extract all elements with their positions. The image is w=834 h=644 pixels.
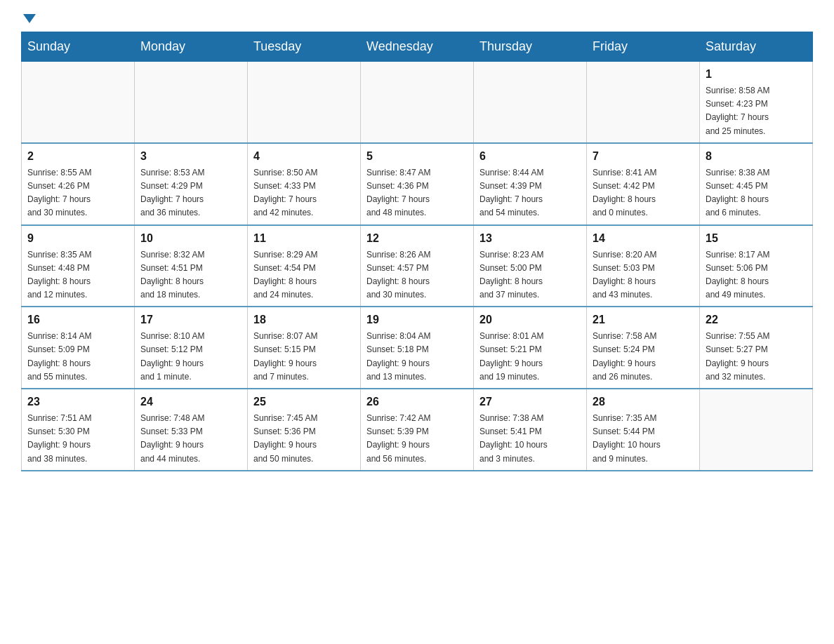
day-info: Sunrise: 7:51 AM Sunset: 5:30 PM Dayligh… — [27, 412, 128, 466]
calendar-week-row: 2Sunrise: 8:55 AM Sunset: 4:26 PM Daylig… — [22, 143, 813, 225]
calendar-cell: 27Sunrise: 7:38 AM Sunset: 5:41 PM Dayli… — [474, 389, 587, 471]
header-friday: Friday — [587, 32, 700, 62]
day-number: 21 — [593, 311, 694, 328]
calendar-cell: 21Sunrise: 7:58 AM Sunset: 5:24 PM Dayli… — [587, 307, 700, 389]
day-number: 16 — [27, 311, 128, 328]
day-info: Sunrise: 8:29 AM Sunset: 4:54 PM Dayligh… — [253, 248, 355, 302]
day-number: 10 — [140, 230, 241, 247]
calendar-cell: 20Sunrise: 8:01 AM Sunset: 5:21 PM Dayli… — [474, 307, 587, 389]
header-monday: Monday — [135, 32, 248, 62]
day-info: Sunrise: 8:01 AM Sunset: 5:21 PM Dayligh… — [479, 330, 581, 384]
header-wednesday: Wednesday — [361, 32, 474, 62]
day-info: Sunrise: 8:53 AM Sunset: 4:29 PM Dayligh… — [140, 166, 241, 220]
day-info: Sunrise: 8:23 AM Sunset: 5:00 PM Dayligh… — [479, 248, 581, 302]
calendar-cell: 8Sunrise: 8:38 AM Sunset: 4:45 PM Daylig… — [700, 143, 813, 225]
calendar-cell: 26Sunrise: 7:42 AM Sunset: 5:39 PM Dayli… — [361, 389, 474, 471]
calendar-cell — [587, 62, 700, 143]
calendar-header: Sunday Monday Tuesday Wednesday Thursday… — [22, 32, 813, 62]
day-number: 18 — [253, 311, 355, 328]
day-number: 26 — [366, 394, 468, 410]
calendar-week-row: 23Sunrise: 7:51 AM Sunset: 5:30 PM Dayli… — [22, 389, 813, 471]
day-info: Sunrise: 8:41 AM Sunset: 4:42 PM Dayligh… — [593, 166, 694, 220]
day-info: Sunrise: 8:50 AM Sunset: 4:33 PM Dayligh… — [253, 166, 355, 220]
calendar-week-row: 1Sunrise: 8:58 AM Sunset: 4:23 PM Daylig… — [22, 62, 813, 143]
calendar-cell: 11Sunrise: 8:29 AM Sunset: 4:54 PM Dayli… — [248, 225, 361, 307]
day-number: 12 — [366, 230, 468, 247]
day-info: Sunrise: 8:38 AM Sunset: 4:45 PM Dayligh… — [706, 166, 807, 220]
day-number: 5 — [366, 148, 468, 165]
calendar-cell: 23Sunrise: 7:51 AM Sunset: 5:30 PM Dayli… — [22, 389, 135, 471]
calendar-cell — [474, 62, 587, 143]
calendar-cell: 24Sunrise: 7:48 AM Sunset: 5:33 PM Dayli… — [135, 389, 248, 471]
calendar-cell: 18Sunrise: 8:07 AM Sunset: 5:15 PM Dayli… — [248, 307, 361, 389]
day-info: Sunrise: 8:55 AM Sunset: 4:26 PM Dayligh… — [27, 166, 128, 220]
calendar-cell: 6Sunrise: 8:44 AM Sunset: 4:39 PM Daylig… — [474, 143, 587, 225]
calendar-cell: 9Sunrise: 8:35 AM Sunset: 4:48 PM Daylig… — [22, 225, 135, 307]
day-info: Sunrise: 7:42 AM Sunset: 5:39 PM Dayligh… — [366, 412, 468, 466]
calendar-cell: 15Sunrise: 8:17 AM Sunset: 5:06 PM Dayli… — [700, 225, 813, 307]
day-number: 13 — [479, 230, 581, 247]
day-info: Sunrise: 8:58 AM Sunset: 4:23 PM Dayligh… — [706, 84, 807, 138]
day-info: Sunrise: 8:26 AM Sunset: 4:57 PM Dayligh… — [366, 248, 468, 302]
day-number: 27 — [479, 394, 581, 410]
calendar-cell — [248, 62, 361, 143]
day-info: Sunrise: 8:35 AM Sunset: 4:48 PM Dayligh… — [27, 248, 128, 302]
calendar-cell — [361, 62, 474, 143]
calendar-cell — [700, 389, 813, 471]
day-number: 6 — [479, 148, 581, 165]
day-number: 20 — [479, 311, 581, 328]
day-number: 2 — [27, 148, 128, 165]
calendar-cell: 3Sunrise: 8:53 AM Sunset: 4:29 PM Daylig… — [135, 143, 248, 225]
day-info: Sunrise: 8:04 AM Sunset: 5:18 PM Dayligh… — [366, 330, 468, 384]
logo — [21, 14, 36, 25]
calendar-cell: 19Sunrise: 8:04 AM Sunset: 5:18 PM Dayli… — [361, 307, 474, 389]
day-number: 3 — [140, 148, 241, 165]
day-number: 1 — [706, 66, 807, 83]
calendar-cell: 12Sunrise: 8:26 AM Sunset: 4:57 PM Dayli… — [361, 225, 474, 307]
day-info: Sunrise: 7:55 AM Sunset: 5:27 PM Dayligh… — [706, 330, 807, 384]
day-number: 24 — [140, 394, 241, 410]
day-info: Sunrise: 8:10 AM Sunset: 5:12 PM Dayligh… — [140, 330, 241, 384]
day-number: 22 — [706, 311, 807, 328]
calendar-cell: 5Sunrise: 8:47 AM Sunset: 4:36 PM Daylig… — [361, 143, 474, 225]
day-number: 14 — [593, 230, 694, 247]
calendar-week-row: 16Sunrise: 8:14 AM Sunset: 5:09 PM Dayli… — [22, 307, 813, 389]
day-number: 9 — [27, 230, 128, 247]
day-number: 19 — [366, 311, 468, 328]
calendar-cell: 28Sunrise: 7:35 AM Sunset: 5:44 PM Dayli… — [587, 389, 700, 471]
day-info: Sunrise: 8:44 AM Sunset: 4:39 PM Dayligh… — [479, 166, 581, 220]
day-number: 7 — [593, 148, 694, 165]
day-number: 8 — [706, 148, 807, 165]
calendar-table: Sunday Monday Tuesday Wednesday Thursday… — [21, 32, 813, 471]
calendar-cell: 2Sunrise: 8:55 AM Sunset: 4:26 PM Daylig… — [22, 143, 135, 225]
calendar-cell: 4Sunrise: 8:50 AM Sunset: 4:33 PM Daylig… — [248, 143, 361, 225]
page-header — [21, 14, 813, 25]
calendar-cell: 7Sunrise: 8:41 AM Sunset: 4:42 PM Daylig… — [587, 143, 700, 225]
calendar-cell: 17Sunrise: 8:10 AM Sunset: 5:12 PM Dayli… — [135, 307, 248, 389]
logo-triangle-icon — [23, 14, 36, 23]
calendar-cell: 13Sunrise: 8:23 AM Sunset: 5:00 PM Dayli… — [474, 225, 587, 307]
calendar-cell — [22, 62, 135, 143]
day-info: Sunrise: 7:58 AM Sunset: 5:24 PM Dayligh… — [593, 330, 694, 384]
calendar-cell — [135, 62, 248, 143]
day-number: 11 — [253, 230, 355, 247]
day-info: Sunrise: 7:35 AM Sunset: 5:44 PM Dayligh… — [593, 412, 694, 466]
header-sunday: Sunday — [22, 32, 135, 62]
day-number: 23 — [27, 394, 128, 410]
calendar-body: 1Sunrise: 8:58 AM Sunset: 4:23 PM Daylig… — [22, 62, 813, 471]
day-number: 4 — [253, 148, 355, 165]
header-saturday: Saturday — [700, 32, 813, 62]
weekday-header-row: Sunday Monday Tuesday Wednesday Thursday… — [22, 32, 813, 62]
logo-general-text — [21, 14, 36, 25]
calendar-cell: 16Sunrise: 8:14 AM Sunset: 5:09 PM Dayli… — [22, 307, 135, 389]
calendar-cell: 25Sunrise: 7:45 AM Sunset: 5:36 PM Dayli… — [248, 389, 361, 471]
calendar-week-row: 9Sunrise: 8:35 AM Sunset: 4:48 PM Daylig… — [22, 225, 813, 307]
day-info: Sunrise: 7:45 AM Sunset: 5:36 PM Dayligh… — [253, 412, 355, 466]
header-tuesday: Tuesday — [248, 32, 361, 62]
header-thursday: Thursday — [474, 32, 587, 62]
calendar-cell: 10Sunrise: 8:32 AM Sunset: 4:51 PM Dayli… — [135, 225, 248, 307]
calendar-cell: 1Sunrise: 8:58 AM Sunset: 4:23 PM Daylig… — [700, 62, 813, 143]
calendar-cell: 22Sunrise: 7:55 AM Sunset: 5:27 PM Dayli… — [700, 307, 813, 389]
day-info: Sunrise: 7:48 AM Sunset: 5:33 PM Dayligh… — [140, 412, 241, 466]
day-info: Sunrise: 8:47 AM Sunset: 4:36 PM Dayligh… — [366, 166, 468, 220]
